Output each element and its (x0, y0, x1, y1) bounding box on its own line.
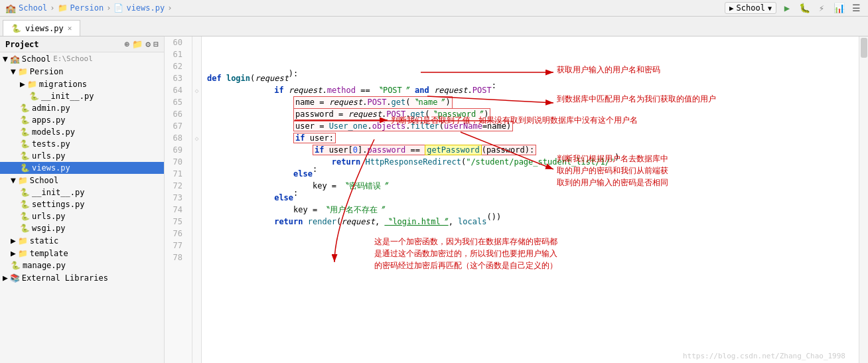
ln-75: 75 (165, 216, 186, 228)
code-line-67: user = User_one.objects.filter(userName=… (207, 120, 859, 132)
tree-item-static[interactable]: ▶ 📁 static (0, 234, 164, 247)
code-view[interactable]: 60 61 62 63 64 65 66 67 68 69 70 71 72 7… (165, 36, 868, 363)
sidebar-add-folder-icon[interactable]: 📁 (132, 39, 143, 49)
tree-item-urls1[interactable]: 🐍 urls.py (0, 150, 164, 162)
sidebar-toolbar: ⊕ 📁 ⚙ ⊟ (125, 39, 159, 49)
main-layout: Project ⊕ 📁 ⚙ ⊟ ▼ 🏫 School E:\School ▼ 📁… (0, 36, 868, 363)
tab-views-py[interactable]: 🐍 views.py ✕ (3, 20, 80, 36)
template-expand-icon: ▶ (11, 248, 16, 258)
gutter-60 (192, 36, 201, 48)
persion-folder-icon: 📁 (18, 67, 28, 76)
tree-item-ext-libs[interactable]: ▶ 📚 External Libraries (0, 271, 164, 284)
more-button[interactable]: ☰ (849, 1, 863, 15)
tab-label: views.py (25, 24, 64, 33)
tab-bar: 🐍 views.py ✕ (0, 17, 868, 36)
sidebar-add-icon[interactable]: ⊕ (125, 39, 130, 49)
tree-item-urls2[interactable]: 🐍 urls.py (0, 210, 164, 222)
tree-item-persion[interactable]: ▼ 📁 Persion (0, 65, 164, 78)
tree-item-manage[interactable]: 🐍 manage.py (0, 259, 164, 271)
code-line-75: return render(request, 〝login.html〞, loc… (207, 216, 859, 228)
run-config-icon: ▶ (729, 4, 734, 13)
tree-root-folder-icon: 🏫 (10, 54, 20, 64)
run-config-label: School (737, 3, 765, 13)
top-right-toolbar: ▶ School ▼ ▶ 🐛 ⚡ 📊 ☰ (725, 1, 863, 15)
scrollbar-thumb[interactable] (861, 38, 867, 58)
school-expand-icon: ▼ (11, 175, 16, 185)
watermark: https://blog.csdn.net/Zhang_Chao_1998 (683, 352, 845, 360)
tree-item-migrations[interactable]: ▶ 📁 migrations (0, 78, 164, 90)
static-label: static (30, 236, 58, 246)
sidebar-header: Project ⊕ 📁 ⚙ ⊟ (0, 36, 164, 52)
tree-item-admin[interactable]: 🐍 admin.py (0, 102, 164, 114)
manage-icon: 🐍 (11, 261, 21, 270)
gutter-74 (192, 204, 201, 216)
gutter-65 (192, 96, 201, 108)
tree-item-school-folder[interactable]: ▼ 📁 School (0, 174, 164, 186)
ext-libs-label: External Libraries (22, 273, 108, 283)
tree-item-wsgi[interactable]: 🐍 wsgi.py (0, 222, 164, 234)
migrations-folder-icon: 📁 (27, 80, 37, 89)
breadcrumb-views[interactable]: views.py (126, 3, 165, 13)
ln-72: 72 (165, 180, 186, 192)
school-folder-label: School (30, 176, 58, 185)
run-config-dropdown-icon[interactable]: ▼ (768, 5, 772, 12)
scrollbar-gutter[interactable] (859, 36, 868, 363)
breadcrumb-sep3: › (167, 3, 172, 13)
debug-button[interactable]: 🐛 (798, 1, 811, 15)
gutter-72 (192, 180, 201, 192)
gutter-61 (192, 48, 201, 60)
apps-icon: 🐍 (20, 115, 30, 125)
ln-65: 65 (165, 96, 186, 108)
migrations-label: migrations (39, 80, 87, 89)
persion-label: Persion (30, 67, 64, 76)
breadcrumb-school[interactable]: School (19, 3, 47, 13)
sidebar-collapse-icon[interactable]: ⊟ (153, 39, 159, 49)
static-folder-icon: 📁 (18, 236, 28, 246)
urls1-label: urls.py (32, 151, 66, 161)
tree-item-models[interactable]: 🐍 models.py (0, 126, 164, 138)
tree-root-path: E:\School (53, 54, 93, 63)
init2-icon: 🐍 (20, 188, 30, 197)
code-line-73: else: (207, 192, 859, 204)
gutter-69 (192, 144, 201, 156)
tree-item-init2[interactable]: 🐍 __init__.py (0, 186, 164, 198)
run-config-selector[interactable]: ▶ School ▼ (725, 2, 776, 14)
tree-item-apps[interactable]: 🐍 apps.py (0, 114, 164, 126)
run-button[interactable]: ▶ (780, 1, 794, 15)
tree-item-settings[interactable]: 🐍 settings.py (0, 198, 164, 210)
ln-76: 76 (165, 228, 186, 240)
profile-button[interactable]: 📊 (832, 1, 845, 15)
ln-60: 60 (165, 36, 186, 48)
breadcrumb-persion[interactable]: Persion (70, 3, 104, 13)
sidebar-settings-icon[interactable]: ⚙ (145, 39, 151, 49)
code-line-64: if request.method == 〝POST〞 and request.… (207, 84, 859, 96)
models-label: models.py (32, 127, 75, 137)
coverage-button[interactable]: ⚡ (815, 1, 828, 15)
tree-root-school[interactable]: ▼ 🏫 School E:\School (0, 52, 164, 65)
gutter-67 (192, 120, 201, 132)
init1-icon: 🐍 (29, 92, 39, 101)
ext-libs-icon: 📚 (10, 273, 20, 283)
ln-73: 73 (165, 192, 186, 204)
code-editor[interactable]: def login(request): if request.method ==… (202, 36, 859, 363)
admin-label: admin.py (32, 104, 70, 113)
tree-item-template[interactable]: ▶ 📁 template (0, 247, 164, 259)
code-line-74: key = 〝用户名不存在〞 (207, 204, 859, 216)
code-line-70: return HttpResponseRedirect("/student/pa… (207, 156, 859, 168)
tree-item-init1[interactable]: 🐍 __init__.py (0, 90, 164, 102)
admin-icon: 🐍 (20, 104, 30, 113)
settings-icon: 🐍 (20, 200, 30, 209)
manage-label: manage.py (23, 261, 66, 270)
gutter-66 (192, 108, 201, 120)
ln-67: 67 (165, 120, 186, 132)
ln-77: 77 (165, 240, 186, 252)
tests-label: tests.py (32, 139, 70, 149)
tree-item-views[interactable]: 🐍 views.py (0, 162, 164, 174)
content-area: 60 61 62 63 64 65 66 67 68 69 70 71 72 7… (165, 36, 868, 363)
template-folder-icon: 📁 (18, 249, 28, 258)
code-line-63: def login(request): (207, 72, 859, 84)
ln-61: 61 (165, 48, 186, 60)
tree-item-tests[interactable]: 🐍 tests.py (0, 138, 164, 150)
ln-66: 66 (165, 108, 186, 120)
tab-close-icon[interactable]: ✕ (68, 24, 72, 33)
